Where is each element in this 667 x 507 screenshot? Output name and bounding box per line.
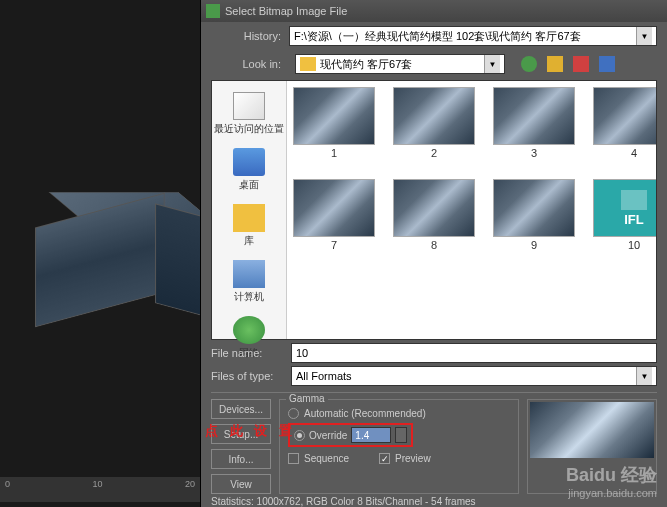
preview-image — [530, 402, 654, 458]
devices-button[interactable]: Devices... — [211, 399, 271, 419]
places-desktop[interactable]: 桌面 — [212, 142, 286, 198]
filetype-label: Files of type: — [211, 370, 291, 382]
filename-input[interactable]: 10 — [291, 343, 657, 363]
places-library[interactable]: 库 — [212, 198, 286, 254]
back-icon[interactable] — [521, 56, 537, 72]
file-thumb-9[interactable]: 9 — [493, 179, 575, 251]
computer-icon — [233, 260, 265, 288]
preview-checkbox[interactable]: ✓ — [379, 453, 390, 464]
desktop-icon — [233, 148, 265, 176]
viewport-panel: 0 10 20 — [0, 0, 200, 507]
file-thumb-2[interactable]: 2 — [393, 87, 475, 159]
gamma-group: Gamma 点 此 设 置 Automatic (Recommended) Ov… — [279, 399, 519, 494]
filetype-dropdown[interactable]: All Formats▼ — [291, 366, 657, 386]
preview-label: Preview — [395, 453, 431, 464]
file-thumb-4[interactable]: 4 — [593, 87, 656, 159]
chevron-down-icon[interactable]: ▼ — [636, 27, 652, 45]
sequence-checkbox[interactable] — [288, 453, 299, 464]
file-thumb-3[interactable]: 3 — [493, 87, 575, 159]
history-dropdown[interactable]: F:\资源\（一）经典现代简约模型 102套\现代简约 客厅67套 ▼ — [289, 26, 657, 46]
file-thumb-7[interactable]: 7 — [293, 179, 375, 251]
gamma-auto-label: Automatic (Recommended) — [304, 408, 426, 419]
new-folder-icon[interactable] — [573, 56, 589, 72]
timeline-start: 0 — [5, 479, 10, 489]
filename-label: File name: — [211, 347, 291, 359]
annotation-text: 点 此 设 置 — [205, 422, 296, 440]
watermark: Baidu 经验 jingyan.baidu.com — [566, 463, 657, 499]
history-label: History: — [211, 30, 281, 42]
lookin-label: Look in: — [211, 58, 281, 70]
file-list[interactable]: 1 2 3 4 7 8 9 IFL10 — [287, 81, 656, 339]
chevron-down-icon[interactable]: ▼ — [484, 55, 500, 73]
file-thumb-10[interactable]: IFL10 — [593, 179, 656, 251]
network-icon — [233, 316, 265, 344]
info-button[interactable]: Info... — [211, 449, 271, 469]
app-icon — [206, 4, 220, 18]
timeline-end: 20 — [185, 479, 195, 489]
gamma-override-label: Override — [309, 430, 347, 441]
lookin-dropdown[interactable]: 现代简约 客厅67套 ▼ — [295, 54, 505, 74]
places-bar: 最近访问的位置 桌面 库 计算机 网络 — [212, 81, 287, 339]
timeline-mid: 10 — [92, 479, 102, 489]
recent-icon — [233, 92, 265, 120]
view-button[interactable]: View — [211, 474, 271, 494]
file-thumb-8[interactable]: 8 — [393, 179, 475, 251]
gamma-legend: Gamma — [286, 393, 328, 404]
library-icon — [233, 204, 265, 232]
dialog-title: Select Bitmap Image File — [225, 5, 347, 17]
3dsmax-icon — [621, 190, 647, 210]
spinner-buttons[interactable] — [395, 427, 407, 443]
timeline[interactable]: 0 10 20 — [0, 477, 200, 502]
file-dialog: Select Bitmap Image File History: F:\资源\… — [200, 0, 667, 507]
annotation-highlight: Override 1.4 — [288, 423, 413, 447]
sequence-label: Sequence — [304, 453, 349, 464]
file-thumb-1[interactable]: 1 — [293, 87, 375, 159]
view-menu-icon[interactable] — [599, 56, 615, 72]
chevron-down-icon[interactable]: ▼ — [636, 367, 652, 385]
places-recent[interactable]: 最近访问的位置 — [212, 86, 286, 142]
gamma-value-spinner[interactable]: 1.4 — [351, 427, 391, 443]
places-computer[interactable]: 计算机 — [212, 254, 286, 310]
folder-icon — [300, 57, 316, 71]
up-folder-icon[interactable] — [547, 56, 563, 72]
title-bar[interactable]: Select Bitmap Image File — [201, 0, 667, 22]
viewport-cube[interactable] — [20, 150, 190, 370]
gamma-auto-radio[interactable] — [288, 408, 299, 419]
